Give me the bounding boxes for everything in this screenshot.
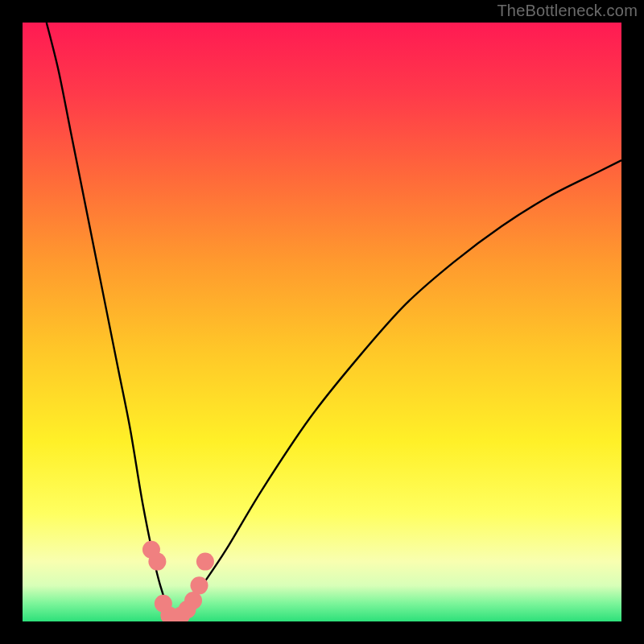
marker-point xyxy=(190,576,208,594)
marker-point xyxy=(148,553,166,571)
bottleneck-curve-layer xyxy=(23,23,621,621)
plot-area xyxy=(23,23,621,621)
marker-point xyxy=(196,553,214,571)
chart-frame: TheBottleneck.com xyxy=(0,0,644,644)
bottleneck-curve xyxy=(47,23,621,621)
watermark-text: TheBottleneck.com xyxy=(497,2,638,20)
